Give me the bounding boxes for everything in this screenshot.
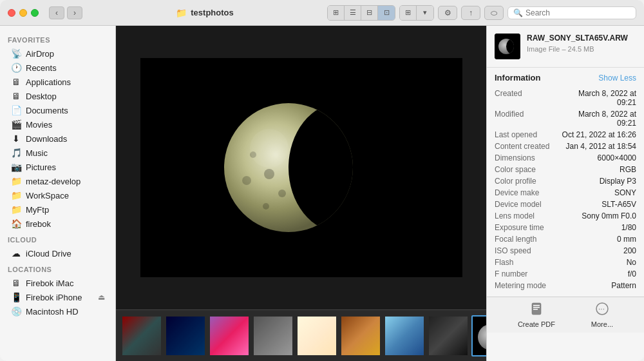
sidebar-item-desktop[interactable]: 🖥 Desktop — [3, 89, 113, 103]
metaz-folder-icon: 📁 — [10, 176, 22, 186]
thumbnail-9-selected[interactable] — [471, 315, 486, 356]
sidebar-item-workspace[interactable]: 📁 WorkSpace — [3, 188, 113, 202]
show-less-button[interactable]: Show Less — [598, 73, 636, 83]
sidebar-item-recents[interactable]: 🕐 Recents — [3, 61, 113, 75]
sidebar-item-firebok-iphone[interactable]: 📱 Firebok iPhone ⏏ — [3, 290, 113, 304]
locations-section-label: Locations — [0, 260, 115, 276]
svg-rect-20 — [533, 309, 538, 310]
file-thumbnail — [495, 34, 520, 59]
list-view-button[interactable]: ☰ — [345, 6, 361, 20]
sidebar-item-documents[interactable]: 📄 Documents — [3, 103, 113, 117]
applications-icon: 🖥 — [10, 77, 22, 87]
sidebar-item-music[interactable]: 🎵 Music — [3, 146, 113, 160]
sidebar-item-myftp[interactable]: 📁 MyFtp — [3, 202, 113, 217]
sidebar-item-icloud-drive[interactable]: ☁ iCloud Drive — [3, 246, 113, 260]
created-label: Created — [495, 89, 559, 107]
create-pdf-button[interactable]: Create PDF — [510, 299, 563, 331]
info-row-lens-model: Lens model Sony 0mm F0.0 — [495, 210, 636, 222]
gallery-view-button[interactable]: ⊡ — [378, 6, 395, 20]
main-layout: Favorites 📡 AirDrop 🕐 Recents 🖥 Applicat… — [0, 26, 644, 361]
thumbnail-7[interactable] — [384, 315, 425, 356]
forward-button[interactable]: › — [67, 6, 82, 19]
svg-text:···: ··· — [598, 304, 605, 313]
metering-mode-label: Metering mode — [495, 281, 559, 290]
desktop-icon: 🖥 — [10, 91, 22, 101]
svg-point-8 — [263, 203, 269, 210]
sidebar-item-pictures[interactable]: 📷 Pictures — [3, 160, 113, 174]
workspace-folder-icon: 📁 — [10, 190, 22, 200]
preview-area — [116, 26, 486, 309]
content-area — [116, 26, 486, 361]
svg-point-12 — [478, 324, 486, 350]
search-input[interactable] — [526, 8, 629, 17]
eject-icon[interactable]: ⏏ — [98, 293, 105, 302]
device-model-value: SLT-A65V — [559, 200, 636, 209]
metering-mode-value: Pattern — [559, 281, 636, 290]
info-row-color-profile: Color profile Display P3 — [495, 175, 636, 187]
create-pdf-label: Create PDF — [518, 320, 555, 328]
thumbnail-8[interactable] — [428, 315, 469, 356]
info-row-device-model: Device model SLT-A65V — [495, 199, 636, 210]
file-info-text: RAW_SONY_SLTA65V.ARW Image File – 24.5 M… — [527, 34, 636, 53]
chevron-down-icon[interactable]: ▾ — [417, 6, 433, 20]
last-opened-value: Oct 21, 2022 at 16:26 — [559, 130, 636, 139]
info-panel: RAW_SONY_SLTA65V.ARW Image File – 24.5 M… — [486, 26, 644, 361]
svg-point-9 — [292, 165, 298, 170]
lens-model-label: Lens model — [495, 211, 559, 220]
focal-length-label: Focal length — [495, 235, 559, 244]
more-button[interactable]: ··· More... — [583, 299, 621, 331]
info-section-header: Information Show Less — [495, 73, 636, 83]
icon-view-button[interactable]: ⊞ — [328, 6, 345, 20]
sidebar-item-firebok-imac[interactable]: 🖥 Firebok iMac — [3, 276, 113, 290]
settings-button[interactable]: ⚙ — [438, 6, 457, 20]
fullscreen-button[interactable] — [31, 9, 39, 17]
thumbnail-3[interactable] — [209, 315, 250, 356]
pictures-icon: 📷 — [10, 162, 22, 172]
svg-point-10 — [250, 129, 289, 168]
sidebar-item-downloads[interactable]: ⬇ Downloads — [3, 132, 113, 146]
thumbnail-4[interactable] — [252, 315, 294, 356]
back-button[interactable]: ‹ — [49, 6, 64, 19]
grid-view-button[interactable]: ⊞ — [400, 6, 417, 20]
sidebar-item-macintosh-hd[interactable]: 💿 Macintosh HD — [3, 304, 113, 318]
f-number-label: F number — [495, 269, 559, 278]
myftp-folder-icon: 📁 — [10, 204, 22, 215]
sidebar-item-applications[interactable]: 🖥 Applications — [3, 75, 113, 89]
modified-label: Modified — [495, 110, 559, 128]
svg-point-5 — [278, 190, 286, 197]
file-header: RAW_SONY_SLTA65V.ARW Image File – 24.5 M… — [487, 26, 644, 68]
titlebar: ‹ › 📁 testphotos ⊞ ☰ ⊟ ⊡ ⊞ ▾ ⚙ ↑ ⬭ 🔍 — [0, 0, 644, 26]
color-profile-label: Color profile — [495, 177, 559, 186]
airdrop-icon: 📡 — [10, 48, 22, 59]
info-row-device-make: Device make SONY — [495, 187, 636, 199]
thumbnail-1[interactable] — [121, 315, 162, 356]
info-row-focal-length: Focal length 0 mm — [495, 233, 636, 245]
info-row-last-opened: Last opened Oct 21, 2022 at 16:26 — [495, 129, 636, 141]
thumbnail-2[interactable] — [165, 315, 206, 356]
view-mode-group: ⊞ ☰ ⊟ ⊡ — [327, 5, 395, 21]
sidebar-item-firebok[interactable]: 🏠 firebok — [3, 217, 113, 231]
color-space-label: Color space — [495, 165, 559, 174]
thumbnail-6[interactable] — [340, 315, 381, 356]
search-bar[interactable]: 🔍 — [507, 6, 636, 19]
sidebar-item-airdrop[interactable]: 📡 AirDrop — [3, 46, 113, 61]
tag-button[interactable]: ⬭ — [484, 6, 504, 20]
minimize-button[interactable] — [19, 9, 27, 17]
thumbnail-5[interactable] — [296, 315, 337, 356]
documents-icon: 📄 — [10, 105, 22, 115]
svg-point-6 — [299, 149, 304, 154]
close-button[interactable] — [8, 9, 15, 17]
share-button[interactable]: ↑ — [461, 6, 480, 20]
lens-model-value: Sony 0mm F0.0 — [559, 211, 636, 220]
more-label: More... — [591, 320, 613, 328]
svg-point-16 — [506, 39, 519, 54]
content-created-label: Content created — [495, 142, 559, 151]
downloads-icon: ⬇ — [10, 133, 22, 144]
sidebar-item-metaz-develop[interactable]: 📁 metaz-develop — [3, 174, 113, 188]
exposure-time-value: 1/80 — [559, 223, 636, 232]
sidebar: Favorites 📡 AirDrop 🕐 Recents 🖥 Applicat… — [0, 26, 116, 361]
column-view-button[interactable]: ⊟ — [361, 6, 378, 20]
icloud-icon: ☁ — [10, 248, 22, 259]
focal-length-value: 0 mm — [559, 235, 636, 244]
sidebar-item-movies[interactable]: 🎬 Movies — [3, 117, 113, 132]
